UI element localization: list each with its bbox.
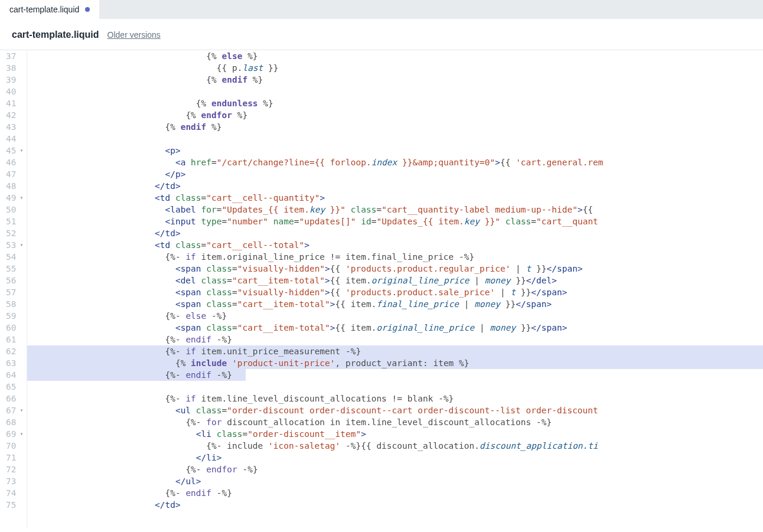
- code-line[interactable]: {%- else -%}: [27, 310, 763, 322]
- code-line[interactable]: <p>: [27, 145, 763, 156]
- code-line[interactable]: {%- if item.original_line_price != item.…: [27, 251, 763, 263]
- line-number: 68: [6, 416, 23, 428]
- line-number: 69▾: [6, 428, 23, 440]
- code-line[interactable]: <td class="cart__cell--total">: [27, 239, 763, 251]
- file-tab[interactable]: cart-template.liquid: [0, 0, 100, 19]
- line-number: 51: [6, 216, 23, 227]
- line-number: 71: [6, 452, 23, 464]
- code-line[interactable]: {%- endfor -%}: [27, 464, 763, 475]
- line-number: 67▾: [6, 404, 23, 416]
- code-line[interactable]: {% endif %}: [27, 121, 763, 133]
- code-line[interactable]: </td>: [27, 227, 763, 239]
- code-line[interactable]: <a href="/cart/change?line={{ forloop.in…: [27, 156, 763, 168]
- line-number: 43: [6, 121, 23, 133]
- line-number: 44: [6, 133, 23, 145]
- line-number: 60: [6, 322, 23, 334]
- code-line[interactable]: {%- for discount_allocation in item.line…: [27, 416, 763, 428]
- line-number: 65: [6, 381, 23, 393]
- line-number: 37: [6, 50, 23, 62]
- tab-bar: cart-template.liquid: [0, 0, 763, 19]
- code-line[interactable]: {%- include 'icon-saletag' -%}{{ discoun…: [27, 440, 763, 452]
- line-number: 46: [6, 156, 23, 168]
- code-line[interactable]: <td class="cart__cell--quantity">: [27, 192, 763, 204]
- line-number: 45▾: [6, 145, 23, 156]
- code-line[interactable]: </li>: [27, 452, 763, 464]
- line-number: 57: [6, 286, 23, 298]
- fold-toggle-icon[interactable]: ▾: [18, 428, 23, 440]
- tab-label: cart-template.liquid: [9, 5, 79, 14]
- line-number: 42: [6, 109, 23, 121]
- code-line[interactable]: {%- if item.unit_price_measurement -%}: [27, 345, 763, 357]
- fold-toggle-icon[interactable]: ▾: [18, 192, 23, 204]
- code-line[interactable]: {%- endif -%}: [27, 334, 763, 345]
- code-line[interactable]: <span class="cart__item-total">{{ item.f…: [27, 298, 763, 310]
- code-line[interactable]: <input type="number" name="updates[]" id…: [27, 216, 763, 227]
- code-line[interactable]: </ul>: [27, 475, 763, 487]
- line-number: 66: [6, 393, 23, 404]
- line-number: 72: [6, 464, 23, 475]
- line-number: 73: [6, 475, 23, 487]
- code-line[interactable]: <span class="cart__item-total">{{ item.o…: [27, 322, 763, 334]
- modified-dot-icon: [85, 7, 90, 12]
- line-number: 54: [6, 251, 23, 263]
- line-number: 74: [6, 487, 23, 499]
- line-number: 61: [6, 334, 23, 345]
- line-number: 63: [6, 357, 23, 369]
- fold-toggle-icon[interactable]: ▾: [18, 145, 23, 156]
- older-versions-link[interactable]: Older versions: [107, 30, 161, 40]
- code-line[interactable]: <span class="visually-hidden">{{ 'produc…: [27, 286, 763, 298]
- code-line[interactable]: <del class="cart__item-total">{{ item.or…: [27, 275, 763, 286]
- line-number: 53▾: [6, 239, 23, 251]
- code-area[interactable]: {% else %} {{ p.last }} {% endif %} {% e…: [27, 50, 763, 529]
- line-number: 49▾: [6, 192, 23, 204]
- line-number: 39: [6, 74, 23, 86]
- fold-toggle-icon[interactable]: ▾: [18, 404, 23, 416]
- code-line[interactable]: <label for="Updates_{{ item.key }}" clas…: [27, 204, 763, 216]
- code-line[interactable]: [27, 133, 763, 145]
- line-number: 41: [6, 97, 23, 109]
- line-number: 48: [6, 180, 23, 192]
- file-header: cart-template.liquid Older versions: [0, 19, 763, 50]
- code-line[interactable]: [27, 86, 763, 97]
- line-number: 59: [6, 310, 23, 322]
- code-line[interactable]: </td>: [27, 180, 763, 192]
- line-number: 52: [6, 227, 23, 239]
- line-number: 40: [6, 86, 23, 97]
- code-line[interactable]: {%- if item.line_level_discount_allocati…: [27, 393, 763, 404]
- line-number: 58: [6, 298, 23, 310]
- line-number: 62: [6, 345, 23, 357]
- code-line[interactable]: </td>: [27, 499, 763, 511]
- code-line[interactable]: <span class="visually-hidden">{{ 'produc…: [27, 263, 763, 275]
- code-line[interactable]: {% else %}: [27, 50, 763, 62]
- fold-toggle-icon[interactable]: ▾: [18, 239, 23, 251]
- code-line[interactable]: {%- endif -%}: [27, 369, 763, 381]
- code-editor[interactable]: 373839404142434445▾46474849▾50515253▾545…: [0, 50, 763, 529]
- code-line[interactable]: {{ p.last }}: [27, 62, 763, 74]
- code-line[interactable]: {% endif %}: [27, 74, 763, 86]
- line-number: 75: [6, 499, 23, 511]
- line-number: 64: [6, 369, 23, 381]
- line-number-gutter: 373839404142434445▾46474849▾50515253▾545…: [0, 50, 27, 529]
- code-line[interactable]: <li class="order-discount__item">: [27, 428, 763, 440]
- line-number: 47: [6, 168, 23, 180]
- line-number: 70: [6, 440, 23, 452]
- code-line[interactable]: <ul class="order-discount order-discount…: [27, 404, 763, 416]
- file-title: cart-template.liquid: [12, 30, 99, 40]
- line-number: 56: [6, 275, 23, 286]
- code-line[interactable]: </p>: [27, 168, 763, 180]
- code-line[interactable]: {% endfor %}: [27, 109, 763, 121]
- line-number: 38: [6, 62, 23, 74]
- line-number: 55: [6, 263, 23, 275]
- code-line[interactable]: [27, 381, 763, 393]
- code-line[interactable]: {% endunless %}: [27, 97, 763, 109]
- line-number: 50: [6, 204, 23, 216]
- code-line[interactable]: {% include 'product-unit-price', product…: [27, 357, 763, 369]
- code-line[interactable]: {%- endif -%}: [27, 487, 763, 499]
